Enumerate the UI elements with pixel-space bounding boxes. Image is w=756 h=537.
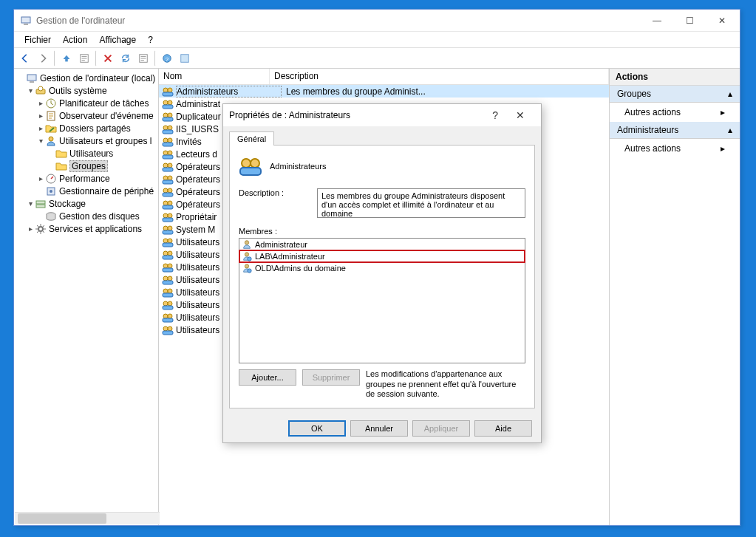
group-icon (162, 199, 174, 211)
tree-diskmgr[interactable]: Gestion des disques (16, 210, 157, 222)
svg-rect-24 (181, 54, 189, 62)
help-button[interactable]: Aide (474, 420, 532, 437)
cancel-button[interactable]: Annuler (350, 420, 408, 437)
tree-system-tools[interactable]: ▾Outils système (16, 84, 157, 97)
group-icon (162, 98, 174, 110)
menu-help[interactable]: ? (142, 33, 159, 47)
tab-page: Administrateurs Description : Les membre… (229, 145, 535, 408)
group-icon (162, 186, 174, 198)
navigation-tree[interactable]: Gestion de l'ordinateur (local) ▾Outils … (14, 69, 159, 525)
group-icon (162, 224, 174, 236)
description-field[interactable]: Les membres du groupe Administrateurs di… (317, 188, 525, 218)
actions-section-admins[interactable]: Administrateurs▴ (610, 122, 740, 139)
add-button[interactable]: Ajouter... (239, 369, 296, 386)
group-icon (162, 312, 174, 324)
group-icon (162, 136, 174, 148)
group-icon (162, 324, 174, 336)
group-icon (162, 148, 174, 160)
up-button[interactable] (58, 50, 75, 66)
list-header: Nom Description (159, 69, 609, 85)
member-row[interactable]: Administrateur (239, 239, 525, 250)
remove-button[interactable]: Supprimer (302, 369, 360, 386)
menu-bar: Fichier Action Affichage ? (14, 32, 740, 48)
actions-other-1[interactable]: Autres actions▸ (610, 103, 740, 122)
actions-section-groups[interactable]: Groupes▴ (610, 86, 740, 103)
chevron-right-icon: ▸ (721, 143, 725, 154)
tab-strip: Général (223, 126, 541, 145)
actions-header: Actions (610, 69, 740, 86)
group-icon (162, 86, 174, 98)
group-icon (162, 211, 174, 223)
group-icon (162, 274, 174, 286)
group-icon (239, 154, 262, 178)
window-title: Gestion de l'ordinateur (36, 16, 641, 26)
members-list[interactable]: Administrateur LAB\Administrateur OLD\Ad… (239, 238, 525, 363)
member-row[interactable]: OLD\Admins du domaine (239, 262, 525, 274)
tree-users[interactable]: Utilisateurs (16, 147, 157, 160)
properties-dialog: Propriétés de : Administrateurs ? ✕ Géné… (222, 103, 542, 443)
toolbar (14, 48, 740, 69)
back-button[interactable] (17, 50, 33, 66)
col-desc[interactable]: Description (270, 69, 609, 84)
group-icon (162, 287, 174, 298)
ok-button[interactable]: OK (288, 420, 346, 437)
group-icon (162, 174, 174, 185)
tree-groups[interactable]: Groupes (16, 160, 157, 172)
apply-button[interactable]: Appliquer (412, 420, 470, 437)
export-button[interactable] (135, 50, 151, 66)
members-label: Membres : (239, 227, 525, 236)
group-icon (162, 299, 174, 311)
actions-pane: Actions Groupes▴ Autres actions▸ Adminis… (610, 69, 740, 525)
user-domain-icon (242, 263, 252, 273)
refresh-button[interactable] (118, 50, 134, 66)
title-bar: Gestion de l'ordinateur — ☐ ✕ (14, 10, 740, 32)
dialog-titlebar: Propriétés de : Administrateurs ? ✕ (223, 104, 541, 126)
tree-scheduler[interactable]: ▸Planificateur de tâches (16, 97, 157, 109)
chevron-right-icon: ▸ (721, 107, 725, 117)
group-icon (162, 236, 174, 248)
view-button[interactable] (177, 50, 193, 66)
minimize-button[interactable]: — (641, 10, 673, 31)
group-icon (162, 123, 174, 135)
dialog-help-icon[interactable]: ? (492, 109, 498, 121)
group-icon (162, 249, 174, 261)
maximize-button[interactable]: ☐ (673, 10, 706, 31)
app-icon (20, 15, 32, 27)
menu-file[interactable]: Fichier (18, 33, 57, 47)
membership-note: Les modifications d'appartenance aux gro… (366, 369, 525, 399)
tree-shared[interactable]: ▸Dossiers partagés (16, 122, 157, 134)
tree-eventviewer[interactable]: ▸Observateur d'événeme (16, 109, 157, 122)
chevron-up-icon: ▴ (728, 89, 732, 99)
group-icon (162, 161, 174, 173)
menu-view[interactable]: Affichage (93, 33, 142, 47)
actions-other-2[interactable]: Autres actions▸ (610, 139, 740, 158)
tab-general[interactable]: Général (229, 131, 274, 146)
group-name: Administrateurs (270, 162, 326, 171)
tree-root[interactable]: Gestion de l'ordinateur (local) (16, 72, 157, 84)
tree-scrollbar[interactable] (15, 512, 160, 524)
chevron-up-icon: ▴ (728, 125, 732, 135)
forward-button[interactable] (35, 50, 51, 66)
dialog-title: Propriétés de : Administrateurs (229, 110, 350, 120)
desc-label: Description : (239, 188, 310, 218)
user-domain-icon (242, 251, 252, 261)
tree-performance[interactable]: ▸Performance (16, 172, 157, 185)
close-button[interactable]: ✕ (706, 10, 738, 31)
tree-services[interactable]: ▸Services et applications (16, 222, 157, 235)
dialog-footer: OK Annuler Appliquer Aide (223, 414, 541, 442)
group-icon (162, 111, 174, 123)
user-icon (242, 239, 252, 250)
tree-localusers[interactable]: ▾Utilisateurs et groupes l (16, 134, 157, 147)
dialog-close-icon[interactable]: ✕ (505, 109, 535, 121)
col-name[interactable]: Nom (159, 69, 270, 84)
tree-devmgr[interactable]: Gestionnaire de périphé (16, 185, 157, 197)
delete-button[interactable] (100, 50, 116, 66)
list-row[interactable]: AdministrateursLes membres du groupe Adm… (159, 85, 609, 98)
member-row-highlighted[interactable]: LAB\Administrateur (239, 250, 525, 262)
menu-action[interactable]: Action (57, 33, 93, 47)
tree-storage[interactable]: ▾Stockage (16, 197, 157, 210)
help-button[interactable] (159, 50, 175, 66)
group-icon (162, 261, 174, 273)
properties-button[interactable] (76, 50, 92, 66)
